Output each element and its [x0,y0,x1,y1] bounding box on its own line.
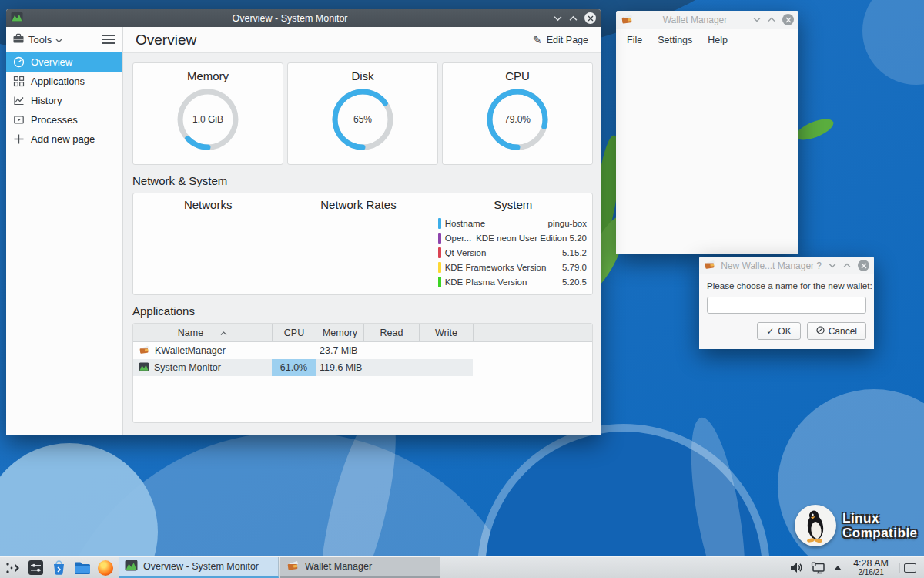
firefox-icon[interactable] [96,559,114,576]
linux-compatible-logo: Linux Compatible [795,505,918,546]
table-header-row: Name CPU Memory Read Write [133,324,592,342]
system-row-plasma-version: KDE Plasma Version 5.20.5 [434,274,592,289]
wallet-manager-window: Wallet Manager File Settings Help [616,11,798,254]
cpu-gauge: 79.0% [482,84,553,155]
logo-line2: Compatible [842,526,918,540]
applications-table: Name CPU Memory Read Write [132,323,593,423]
cell-memory: 23.7 MiB [316,342,408,359]
sidebar-item-overview[interactable]: Overview [6,52,122,72]
sidebar-item-applications[interactable]: Applications [6,72,122,91]
gauge-value: 1.0 GiB [172,84,243,155]
digital-clock[interactable]: 4:28 AM 2/16/21 [850,559,892,577]
menu-file[interactable]: File [621,32,648,48]
legend-color-bar [438,233,441,244]
maximize-icon[interactable] [569,15,578,22]
kde-neon-launcher-icon[interactable] [4,559,22,576]
system-monitor-app-icon [139,362,149,374]
legend-color-bar [438,262,441,273]
maximize-icon[interactable] [843,263,851,268]
wallet-manager-titlebar[interactable]: Wallet Manager [616,11,798,29]
table-row-system-monitor[interactable]: System Monitor 61.0% 119.6 MiB [133,359,473,376]
wallpaper-shape [778,389,924,578]
sidebar-item-history[interactable]: History [6,91,122,110]
column-title: Network Rates [283,198,433,211]
sidebar-item-processes[interactable]: Processes [6,110,122,129]
taskbar-task-wallet-manager[interactable]: Wallet Manager [280,557,440,578]
taskbar: Overview - System Monitor Wallet Manager [0,556,924,578]
sidebar-item-label: History [31,95,62,106]
close-icon[interactable] [584,12,596,24]
minimize-icon[interactable] [829,263,836,268]
window-title: Overview - System Monitor [26,13,554,24]
cpu-card: CPU 79.0% [442,62,593,165]
show-desktop-button[interactable] [899,563,919,573]
minimize-icon[interactable] [753,17,761,22]
page-title: Overview [136,32,196,49]
menu-settings[interactable]: Settings [651,32,698,48]
maximize-icon[interactable] [768,17,775,22]
ok-button[interactable]: ✓ OK [757,322,800,340]
kwallet-app-icon [704,259,716,272]
system-monitor-titlebar[interactable]: Overview - System Monitor [6,9,601,27]
sort-ascending-icon [220,328,227,338]
column-title: Networks [133,198,283,211]
menu-help[interactable]: Help [701,32,734,48]
table-row-kwalletmanager[interactable]: KWalletManager 23.7 MiB [133,342,473,359]
cpu-usage-bar: 61.0% [272,359,316,376]
show-desktop-icon [904,563,916,573]
system-monitor-window: Overview - System Monitor [6,9,601,435]
logo-line1: Linux [842,511,918,526]
legend-color-bar [438,247,441,258]
sidebar-item-label: Overview [31,56,72,68]
system-settings-icon[interactable] [27,559,45,576]
wallet-manager-menubar: File Settings Help [616,29,798,52]
pencil-icon: ✎ [533,34,542,46]
disk-card: Disk 65% [287,62,438,165]
cancel-button[interactable]: Cancel [807,322,866,340]
wallet-name-prompt: Please choose a name for the new wallet: [707,281,866,291]
system-column: System Hostname pingu-box Oper... KDE ne… [434,193,592,294]
help-icon[interactable]: ? [816,260,822,271]
device-notifier-icon[interactable] [811,562,825,574]
gauge-value: 79.0% [482,84,553,155]
dialog-title: New Walle...t Manager [718,260,816,271]
dolphin-folder-icon[interactable] [73,559,91,576]
card-title: CPU [505,69,530,82]
chevron-down-icon[interactable] [55,34,62,45]
network-rates-column: Network Rates [283,193,433,294]
column-header-read[interactable]: Read [363,324,419,341]
system-row-hostname: Hostname pingu-box [434,216,592,230]
close-icon[interactable] [782,14,794,25]
system-row-os: Oper... KDE neon User Edition 5.20 [434,230,592,245]
sidebar-item-add-new-page[interactable]: Add new page [6,129,122,149]
kwallet-app-icon [139,344,150,357]
close-icon[interactable] [858,260,869,271]
column-header-cpu[interactable]: CPU [272,324,316,341]
column-header-write[interactable]: Write [419,324,473,341]
edit-page-button[interactable]: ✎ Edit Page [533,34,588,46]
cell-memory: 119.6 MiB [316,359,408,376]
column-title: System [434,198,592,211]
network-system-card: Networks Network Rates System Hostname p… [132,193,593,295]
dialog-titlebar[interactable]: New Walle...t Manager ? [699,257,874,274]
clock-date: 2/16/21 [853,568,889,577]
memory-gauge: 1.0 GiB [172,84,243,155]
volume-icon[interactable] [790,562,803,573]
minimize-icon[interactable] [554,15,562,22]
hamburger-menu-icon[interactable] [100,33,116,45]
sidebar-item-label: Applications [31,76,85,87]
card-title: Memory [187,69,229,82]
penguin-icon [795,505,836,546]
discover-icon[interactable] [50,559,68,576]
column-header-name[interactable]: Name [133,324,272,341]
wallet-name-input[interactable] [707,297,866,314]
taskbar-task-system-monitor[interactable]: Overview - System Monitor [119,557,279,578]
systray-expander-icon[interactable] [833,565,842,571]
gauge-value: 65% [327,84,398,155]
cell-cpu [272,342,316,359]
sensor-cards-row: Memory 1.0 GiB Disk [132,62,593,165]
tools-dropdown[interactable]: Tools [28,34,52,45]
window-title: Wallet Manager [637,15,753,25]
column-header-memory[interactable]: Memory [316,324,363,341]
legend-color-bar [438,218,441,229]
